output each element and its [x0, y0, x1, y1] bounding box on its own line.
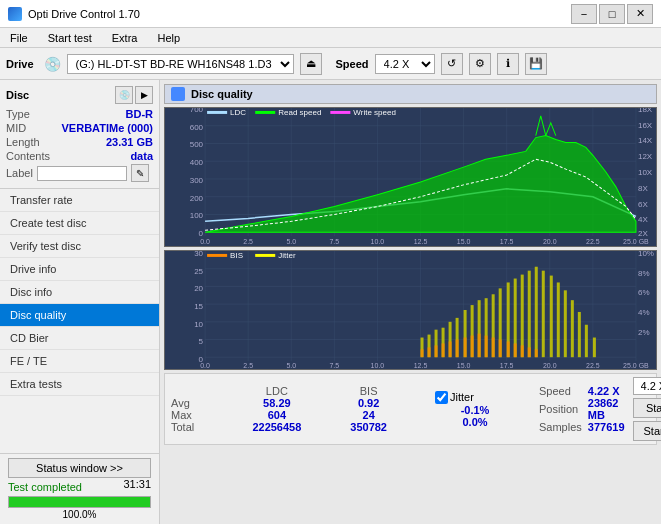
svg-rect-114 [557, 282, 560, 357]
svg-rect-137 [207, 254, 227, 257]
refresh-button[interactable]: ↺ [441, 53, 463, 75]
svg-rect-113 [550, 276, 553, 358]
disc-icon-btn-2[interactable]: ▶ [135, 86, 153, 104]
svg-text:20.0: 20.0 [543, 238, 557, 245]
svg-text:12X: 12X [638, 152, 653, 161]
svg-rect-124 [449, 341, 452, 357]
toolbar: Drive 💿 (G:) HL-DT-ST BD-RE WH16NS48 1.D… [0, 48, 661, 80]
speed-stat-label: Speed [539, 385, 582, 397]
svg-text:25.0 GB: 25.0 GB [623, 238, 649, 245]
svg-text:10: 10 [194, 320, 204, 329]
disc-icon-btn-1[interactable]: 💿 [115, 86, 133, 104]
info-button[interactable]: ℹ [497, 53, 519, 75]
main-layout: Disc 💿 ▶ Type BD-R MID VERBATIMe (000) L… [0, 80, 661, 524]
svg-text:600: 600 [190, 123, 204, 132]
label-edit-btn[interactable]: ✎ [131, 164, 149, 182]
svg-text:10%: 10% [638, 251, 654, 258]
start-part-button[interactable]: Start part [633, 421, 661, 441]
label-input[interactable] [37, 166, 127, 181]
sidebar-item-disc-quality[interactable]: Disc quality [0, 304, 159, 327]
total-row-label: Total [171, 421, 227, 433]
sidebar-item-drive-info[interactable]: Drive info [0, 258, 159, 281]
menu-extra[interactable]: Extra [106, 31, 144, 45]
sidebar-menu: Transfer rate Create test disc Verify te… [0, 189, 159, 453]
svg-text:12.5: 12.5 [414, 362, 428, 369]
svg-text:15.0: 15.0 [457, 362, 471, 369]
sidebar-item-transfer-rate[interactable]: Transfer rate [0, 189, 159, 212]
svg-rect-129 [485, 336, 488, 358]
samples-value: 377619 [582, 421, 625, 433]
window-controls: − □ ✕ [571, 4, 653, 24]
max-jitter: 0.0% [435, 416, 515, 428]
svg-rect-136 [535, 349, 538, 357]
svg-rect-112 [542, 271, 545, 358]
svg-rect-52 [330, 111, 350, 114]
drive-label: Drive [6, 58, 34, 70]
svg-rect-125 [456, 340, 459, 358]
svg-text:Write speed: Write speed [353, 108, 396, 117]
svg-text:0.0: 0.0 [200, 362, 210, 369]
eject-button[interactable]: ⏏ [300, 53, 322, 75]
bottom-chart: 30 25 20 15 10 5 0 10% 8% 6% 4% 2% [164, 250, 657, 370]
type-label: Type [6, 108, 30, 120]
sidebar-item-verify-test-disc[interactable]: Verify test disc [0, 235, 159, 258]
jitter-table: Jitter -0.1% 0.0% [435, 391, 515, 428]
length-label: Length [6, 136, 40, 148]
bis-col-header: BIS [326, 385, 411, 397]
svg-text:LDC: LDC [230, 108, 246, 117]
minimize-button[interactable]: − [571, 4, 597, 24]
svg-text:300: 300 [190, 176, 204, 185]
sidebar-item-cd-bier[interactable]: CD Bier [0, 327, 159, 350]
maximize-button[interactable]: □ [599, 4, 625, 24]
mid-value: VERBATIMe (000) [62, 122, 153, 134]
svg-rect-126 [464, 338, 467, 358]
contents-label: Contents [6, 150, 50, 162]
svg-text:400: 400 [190, 158, 204, 167]
start-full-button[interactable]: Start full [633, 398, 661, 418]
svg-text:6%: 6% [638, 288, 650, 297]
settings-button[interactable]: ⚙ [469, 53, 491, 75]
sidebar-item-extra-tests[interactable]: Extra tests [0, 373, 159, 396]
panel-header: Disc quality [164, 84, 657, 104]
close-button[interactable]: ✕ [627, 4, 653, 24]
sidebar-item-fe-te[interactable]: FE / TE [0, 350, 159, 373]
jitter-checkbox[interactable] [435, 391, 448, 404]
svg-text:25: 25 [194, 267, 204, 276]
svg-rect-127 [471, 336, 474, 358]
disc-panel: Disc 💿 ▶ Type BD-R MID VERBATIMe (000) L… [0, 80, 159, 189]
svg-rect-117 [578, 312, 581, 357]
svg-text:500: 500 [190, 140, 204, 149]
status-window-btn[interactable]: Status window >> [8, 458, 151, 478]
menu-file[interactable]: File [4, 31, 34, 45]
length-value: 23.31 GB [106, 136, 153, 148]
sidebar-item-create-test-disc[interactable]: Create test disc [0, 212, 159, 235]
drive-select[interactable]: (G:) HL-DT-ST BD-RE WH16NS48 1.D3 [67, 54, 294, 74]
status-text: Test completed [8, 481, 82, 493]
svg-rect-131 [499, 340, 502, 358]
svg-text:30: 30 [194, 251, 204, 258]
svg-text:12.5: 12.5 [414, 238, 428, 245]
svg-rect-132 [507, 341, 510, 357]
speed-select-right[interactable]: 4.2 X 8.0 X 12.0 X 16.0 X [633, 377, 661, 395]
max-row-label: Max [171, 409, 227, 421]
type-value: BD-R [126, 108, 154, 120]
sidebar: Disc 💿 ▶ Type BD-R MID VERBATIMe (000) L… [0, 80, 160, 524]
svg-text:5: 5 [199, 337, 204, 346]
svg-text:4%: 4% [638, 308, 650, 317]
svg-text:15.0: 15.0 [457, 238, 471, 245]
position-label: Position [539, 397, 582, 421]
svg-text:10.0: 10.0 [371, 362, 385, 369]
panel-title: Disc quality [191, 88, 253, 100]
quality-panel: Disc quality [160, 80, 661, 524]
sidebar-item-disc-info[interactable]: Disc info [0, 281, 159, 304]
menu-start-test[interactable]: Start test [42, 31, 98, 45]
disc-title: Disc [6, 89, 29, 101]
svg-text:100: 100 [190, 211, 204, 220]
svg-text:18X: 18X [638, 108, 653, 114]
menu-help[interactable]: Help [151, 31, 186, 45]
contents-value: data [130, 150, 153, 162]
svg-text:22.5: 22.5 [586, 362, 600, 369]
svg-rect-110 [528, 271, 531, 358]
speed-select-toolbar[interactable]: 4.2 X [375, 54, 435, 74]
save-button[interactable]: 💾 [525, 53, 547, 75]
